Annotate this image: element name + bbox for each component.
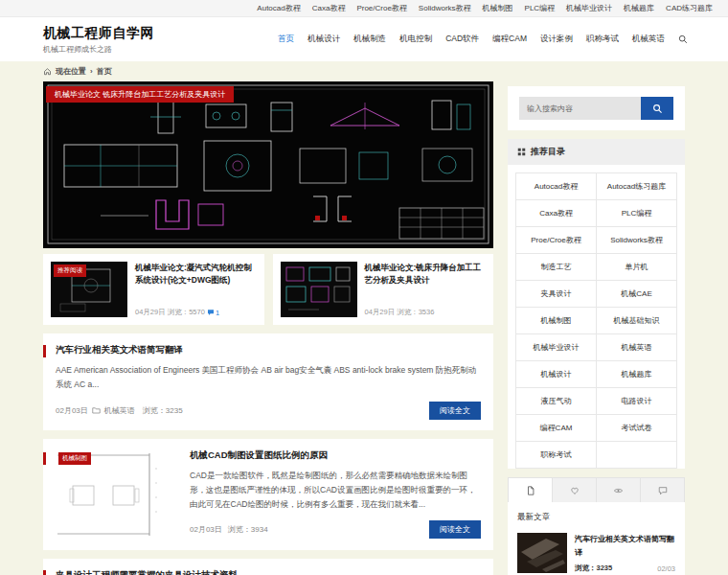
- site-title: 机械工程师自学网: [43, 25, 154, 42]
- latest-articles-panel: 最新文章 汽车行业相关英文术语简写翻译 浏览：3235 02/03: [508, 502, 685, 575]
- main-nav: 首页 机械设计 机械制造 机电控制 CAD软件 编程CAM 设计案例 职称考试 …: [278, 34, 688, 45]
- tab-latest[interactable]: [509, 478, 553, 502]
- tab-popular[interactable]: [553, 478, 597, 502]
- recommend-link[interactable]: 夹具设计: [516, 281, 597, 308]
- featured-views: 浏览：3536: [397, 308, 434, 317]
- read-more-button[interactable]: 阅读全文: [429, 402, 481, 420]
- site-subtitle: 机械工程师成长之路: [43, 44, 154, 55]
- breadcrumb-label: 现在位置: [56, 66, 86, 77]
- latest-body: 汽车行业相关英文术语简写翻译 浏览：3235 02/03: [575, 533, 675, 573]
- site-logo[interactable]: 机械工程师自学网 机械工程师成长之路: [43, 25, 154, 55]
- latest-item[interactable]: 汽车行业相关英文术语简写翻译 浏览：3235 02/03: [517, 533, 675, 573]
- topbar-link-cad-tiku[interactable]: CAD练习题库: [666, 3, 713, 13]
- article-meta: 02月03日 浏览：3934 阅读全文: [190, 520, 481, 539]
- article-title[interactable]: 汽车行业相关英文术语简写翻译: [56, 344, 481, 356]
- comment-count[interactable]: 1: [207, 309, 219, 317]
- recommend-link[interactable]: Autocad练习题库: [597, 173, 677, 200]
- recommend-link[interactable]: Autocad教程: [516, 173, 597, 200]
- featured-thumbnail[interactable]: 推荐阅读: [51, 262, 127, 317]
- cad-thumb-image: [281, 262, 357, 317]
- nav-home[interactable]: 首页: [278, 34, 294, 45]
- nav-yingyu[interactable]: 机械英语: [632, 34, 665, 45]
- tab-comments[interactable]: [641, 478, 684, 502]
- latest-views: 浏览：3235: [575, 564, 612, 573]
- featured-date: 04月29日: [135, 308, 166, 317]
- article-card: 汽车行业相关英文术语简写翻译 AAE American Association …: [43, 334, 493, 430]
- nav-jixiezhizao[interactable]: 机械制造: [353, 34, 386, 45]
- article-views: 浏览：3934: [228, 524, 268, 535]
- breadcrumb: 现在位置 › 首页: [43, 61, 728, 81]
- main-column: 机械毕业论文 铣床升降台加工工艺分析及夹具设计: [43, 81, 493, 575]
- recommend-link[interactable]: 单片机: [597, 254, 677, 281]
- sidebar-search-panel: [508, 86, 685, 130]
- topbar-link-biyesheji[interactable]: 机械毕业设计: [566, 3, 612, 13]
- recommend-link[interactable]: 制造工艺: [516, 254, 597, 281]
- topbar: Autocad教程 Caxa教程 Proe/Croe教程 Solidworks教…: [0, 0, 728, 17]
- nav-anli[interactable]: 设计案例: [540, 34, 573, 45]
- recommend-link[interactable]: 编程CAM: [516, 415, 597, 442]
- search-icon[interactable]: [678, 34, 688, 44]
- featured-views: 浏览：5570: [168, 308, 205, 317]
- recommend-link[interactable]: 机械题库: [597, 361, 677, 388]
- tab-views[interactable]: [597, 478, 641, 502]
- featured-card: 推荐阅读 机械毕业论文:凝汽式汽轮机控制系统设计(论文+DWG图纸) 04月29…: [43, 254, 264, 325]
- nav-jidiankongzhi[interactable]: 机电控制: [399, 34, 432, 45]
- topbar-link-proe[interactable]: Proe/Croe教程: [356, 3, 406, 13]
- recommend-link[interactable]: Caxa教程: [516, 200, 597, 227]
- carousel-caption: 机械毕业论文 铣床升降台加工工艺分析及夹具设计: [46, 86, 234, 103]
- nav-cad[interactable]: CAD软件: [445, 34, 479, 45]
- carousel-slide[interactable]: 机械毕业论文 铣床升降台加工工艺分析及夹具设计: [43, 81, 493, 248]
- latest-meta: 浏览：3235 02/03: [575, 560, 675, 573]
- recommend-grid: Autocad教程 Autocad练习题库 Caxa教程 PLC编程 Proe/…: [515, 172, 677, 469]
- recommend-link[interactable]: Proe/Croe教程: [516, 227, 597, 254]
- eye-icon: [613, 486, 624, 495]
- recommend-link[interactable]: 机械毕业设计: [516, 334, 597, 361]
- recommend-badge: 推荐阅读: [54, 264, 86, 277]
- article-excerpt: CAD是一款绘图软件，既然是绘制图纸的，那么必然需要精确地数据来绘制图形，这也是…: [190, 469, 481, 513]
- topbar-link-plc[interactable]: PLC编程: [525, 3, 556, 13]
- breadcrumb-home-link[interactable]: 首页: [97, 66, 112, 77]
- breadcrumb-separator: ›: [90, 67, 93, 76]
- nav-cam[interactable]: 编程CAM: [492, 34, 527, 45]
- comment-icon: [658, 486, 668, 495]
- featured-thumbnail[interactable]: [281, 262, 357, 317]
- heart-icon: [570, 486, 580, 495]
- nav-zhicheng[interactable]: 职称考试: [586, 34, 619, 45]
- recommend-link[interactable]: 机械英语: [597, 334, 677, 361]
- topbar-link-jixiezhitu[interactable]: 机械制图: [483, 3, 513, 13]
- cad-drawing-image: [43, 81, 493, 248]
- article-views: 浏览：3235: [143, 405, 183, 416]
- recommend-link[interactable]: 考试试卷: [597, 415, 677, 442]
- latest-item-title[interactable]: 汽车行业相关英文术语简写翻译: [575, 533, 675, 559]
- recommend-link[interactable]: 机械设计: [516, 361, 597, 388]
- read-more-button[interactable]: 阅读全文: [429, 520, 481, 539]
- recommend-link[interactable]: 机械制图: [516, 308, 597, 334]
- recommend-link[interactable]: PLC编程: [597, 200, 677, 227]
- featured-title[interactable]: 机械毕业论文:铣床升降台加工工艺分析及夹具设计: [365, 262, 487, 287]
- latest-title: 最新文章: [517, 512, 675, 523]
- article-title[interactable]: 机械CAD制图设置图纸比例的原因: [190, 449, 481, 462]
- nav-jixiesheji[interactable]: 机械设计: [307, 34, 340, 45]
- recommend-title: 推荐目录: [531, 146, 565, 158]
- article-thumbnail[interactable]: 机械制图: [56, 449, 178, 540]
- recommend-link[interactable]: 机械基础知识: [597, 308, 677, 334]
- title-accent-bar: [43, 452, 46, 465]
- recommend-link[interactable]: 电路设计: [597, 388, 677, 415]
- featured-body: 机械毕业论文:凝汽式汽轮机控制系统设计(论文+DWG图纸) 04月29日 浏览：…: [135, 262, 257, 317]
- topbar-link-caxa[interactable]: Caxa教程: [312, 3, 346, 13]
- featured-body: 机械毕业论文:铣床升降台加工工艺分析及夹具设计 04月29日 浏览：3536: [365, 262, 487, 317]
- comment-icon: [207, 309, 215, 316]
- article-category[interactable]: 机械英语: [104, 405, 135, 416]
- recommend-link[interactable]: 职称考试: [516, 442, 597, 469]
- topbar-link-solidworks[interactable]: Solidworks教程: [419, 3, 471, 13]
- recommend-link[interactable]: 液压气动: [516, 388, 597, 415]
- recommend-link[interactable]: 机械CAE: [597, 281, 677, 308]
- recommend-link[interactable]: Solidworks教程: [597, 227, 677, 254]
- topbar-link-tiku[interactable]: 机械题库: [624, 3, 654, 13]
- search-button[interactable]: [641, 97, 673, 120]
- topbar-link-autocad[interactable]: Autocad教程: [257, 3, 300, 13]
- folder-icon: [92, 406, 101, 414]
- search-input[interactable]: [519, 97, 641, 120]
- article-title[interactable]: 夹具设计工程师需要掌握的夹具设计技术资料: [56, 569, 481, 575]
- featured-title[interactable]: 机械毕业论文:凝汽式汽轮机控制系统设计(论文+DWG图纸): [135, 262, 257, 287]
